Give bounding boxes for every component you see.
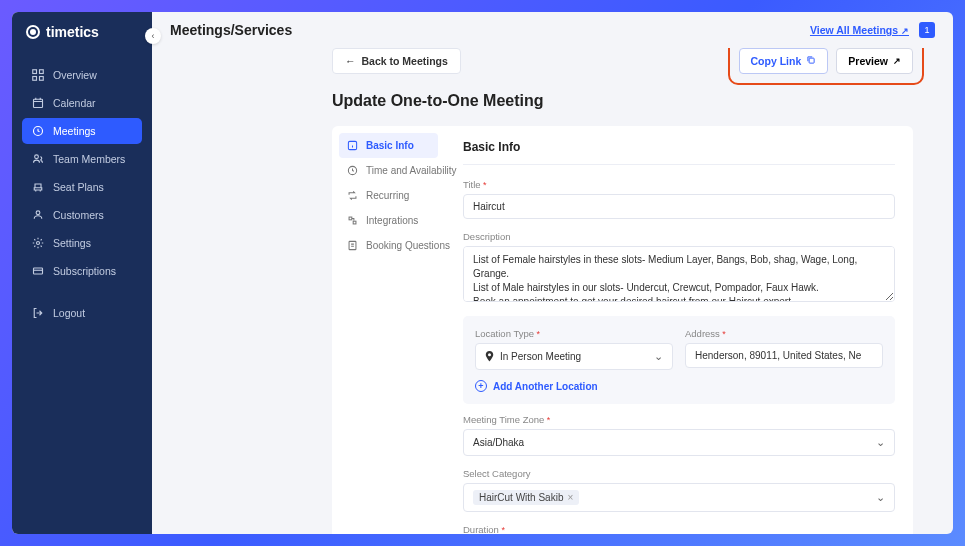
step-booking-questions[interactable]: Booking Questions: [339, 233, 438, 258]
step-basic-info[interactable]: Basic Info: [339, 133, 438, 158]
grid-icon: [32, 69, 44, 81]
svg-point-6: [35, 155, 39, 159]
step-label: Booking Questions: [366, 240, 450, 251]
brand-icon: [26, 25, 40, 39]
copy-link-button[interactable]: Copy Link: [739, 48, 829, 74]
add-location-button[interactable]: + Add Another Location: [475, 380, 883, 392]
sidebar-item-label: Customers: [53, 209, 104, 221]
address-input[interactable]: [685, 343, 883, 368]
card-icon: [32, 265, 44, 277]
external-link-icon: ↗: [893, 56, 901, 66]
section-title: Basic Info: [463, 140, 895, 165]
seat-icon: [32, 181, 44, 193]
step-time-availability[interactable]: Time and Availability: [339, 158, 438, 183]
form-panel: Basic Info Time and Availability Recurri…: [332, 126, 913, 534]
description-textarea[interactable]: [463, 246, 895, 302]
sidebar-item-label: Meetings: [53, 125, 96, 137]
sidebar: timetics Overview Calendar Meetings Team…: [12, 12, 152, 534]
back-button-label: Back to Meetings: [362, 55, 448, 67]
svg-rect-13: [349, 217, 352, 220]
svg-rect-14: [353, 221, 356, 224]
brand-name: timetics: [46, 24, 99, 40]
chip-remove-icon[interactable]: ×: [567, 492, 573, 503]
sidebar-item-settings[interactable]: Settings: [22, 230, 142, 256]
topbar: Meetings/Services View All Meetings ↗ 1: [152, 12, 953, 48]
preview-label: Preview: [848, 55, 888, 67]
sidebar-item-label: Calendar: [53, 97, 96, 109]
chevron-down-icon: ⌄: [876, 436, 885, 449]
calendar-icon: [32, 97, 44, 109]
timezone-label: Meeting Time Zone: [463, 414, 895, 425]
sidebar-item-label: Seat Plans: [53, 181, 104, 193]
location-group: Location Type In Person Meeting ⌄: [463, 316, 895, 404]
location-type-select[interactable]: In Person Meeting ⌄: [475, 343, 673, 370]
location-type-label: Location Type: [475, 328, 673, 339]
arrow-left-icon: ←: [345, 55, 356, 67]
step-label: Recurring: [366, 190, 409, 201]
svg-rect-1: [40, 70, 44, 74]
copy-icon: [806, 55, 816, 67]
category-label: Select Category: [463, 468, 895, 479]
title-label: Title: [463, 179, 895, 190]
sidebar-item-customers[interactable]: Customers: [22, 202, 142, 228]
logout-icon: [32, 307, 44, 319]
timezone-value: Asia/Dhaka: [473, 437, 524, 448]
preview-button[interactable]: Preview ↗: [836, 48, 913, 74]
customer-icon: [32, 209, 44, 221]
chevron-down-icon: ⌄: [654, 350, 663, 363]
step-integrations[interactable]: Integrations: [339, 208, 438, 233]
sidebar-item-calendar[interactable]: Calendar: [22, 90, 142, 116]
step-recurring[interactable]: Recurring: [339, 183, 438, 208]
step-label: Integrations: [366, 215, 418, 226]
back-to-meetings-button[interactable]: ← Back to Meetings: [332, 48, 461, 74]
svg-rect-10: [809, 58, 814, 63]
sidebar-item-label: Settings: [53, 237, 91, 249]
pin-icon: [485, 351, 494, 363]
sidebar-collapse-button[interactable]: ‹: [145, 28, 161, 44]
sidebar-item-label: Subscriptions: [53, 265, 116, 277]
timezone-select[interactable]: Asia/Dhaka ⌄: [463, 429, 895, 456]
svg-rect-4: [34, 99, 43, 107]
svg-point-8: [37, 242, 40, 245]
form-icon: [347, 240, 358, 251]
sidebar-item-label: Logout: [53, 307, 85, 319]
sidebar-item-label: Overview: [53, 69, 97, 81]
copy-link-label: Copy Link: [751, 55, 802, 67]
view-all-meetings-link[interactable]: View All Meetings ↗: [810, 24, 909, 36]
category-chip-label: HairCut With Sakib: [479, 492, 563, 503]
plug-icon: [347, 215, 358, 226]
info-icon: [347, 140, 358, 151]
address-label: Address: [685, 328, 883, 339]
duration-label: Duration: [463, 524, 895, 534]
svg-rect-15: [349, 241, 356, 249]
sidebar-item-logout[interactable]: Logout: [22, 300, 142, 326]
clock-icon: [32, 125, 44, 137]
category-select[interactable]: HairCut With Sakib × ⌄: [463, 483, 895, 512]
add-location-label: Add Another Location: [493, 381, 598, 392]
plus-icon: +: [475, 380, 487, 392]
category-chip: HairCut With Sakib ×: [473, 490, 579, 505]
title-input[interactable]: [463, 194, 895, 219]
sidebar-item-seat-plans[interactable]: Seat Plans: [22, 174, 142, 200]
svg-rect-9: [34, 268, 43, 274]
form-heading: Update One-to-One Meeting: [332, 92, 913, 110]
gear-icon: [32, 237, 44, 249]
sidebar-item-team-members[interactable]: Team Members: [22, 146, 142, 172]
svg-rect-2: [33, 77, 37, 81]
location-type-value: In Person Meeting: [500, 351, 581, 362]
step-label: Time and Availability: [366, 165, 457, 176]
users-icon: [32, 153, 44, 165]
sidebar-item-subscriptions[interactable]: Subscriptions: [22, 258, 142, 284]
svg-point-7: [36, 211, 40, 215]
clock-icon: [347, 165, 358, 176]
sidebar-item-overview[interactable]: Overview: [22, 62, 142, 88]
step-nav: Basic Info Time and Availability Recurri…: [332, 126, 445, 534]
external-link-icon: ↗: [901, 26, 909, 36]
notification-badge[interactable]: 1: [919, 22, 935, 38]
sidebar-item-meetings[interactable]: Meetings: [22, 118, 142, 144]
sidebar-item-label: Team Members: [53, 153, 125, 165]
svg-rect-0: [33, 70, 37, 74]
description-label: Description: [463, 231, 895, 242]
chevron-down-icon: ⌄: [876, 491, 885, 504]
page-title: Meetings/Services: [170, 22, 292, 38]
